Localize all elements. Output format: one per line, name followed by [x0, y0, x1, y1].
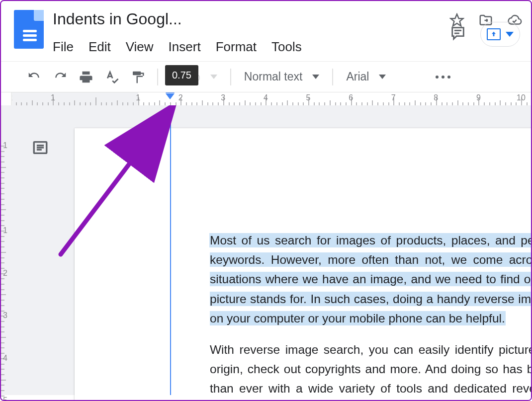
- zoom-select[interactable]: 100% 0.75: [166, 66, 222, 87]
- paint-format-button[interactable]: [126, 66, 149, 88]
- document-page[interactable]: Most of us search for images of products…: [75, 128, 532, 401]
- comments-icon[interactable]: [449, 25, 466, 44]
- spellcheck-button[interactable]: [100, 66, 123, 88]
- menu-file[interactable]: File: [53, 39, 74, 55]
- workspace: 112345678 Most of us search for images o…: [1, 105, 531, 395]
- menu-bar: File Edit View Insert Format Tools: [53, 39, 437, 55]
- print-button[interactable]: [75, 66, 97, 88]
- menu-format[interactable]: Format: [216, 39, 257, 55]
- indent-guide-line: [170, 105, 171, 395]
- chevron-down-icon: [379, 75, 386, 79]
- document-title[interactable]: Indents in Googl...: [53, 10, 217, 28]
- menu-tools[interactable]: Tools: [271, 39, 302, 55]
- toolbar: 100% 0.75 Normal text Arial: [1, 62, 531, 92]
- menu-edit[interactable]: Edit: [89, 39, 111, 55]
- horizontal-ruler[interactable]: 32112345678910: [12, 92, 531, 105]
- outline-toggle-button[interactable]: [32, 139, 49, 158]
- menu-insert[interactable]: Insert: [169, 39, 201, 55]
- chevron-down-icon: [312, 75, 319, 79]
- font-select[interactable]: Arial: [341, 66, 431, 87]
- redo-button[interactable]: [49, 66, 72, 88]
- docs-logo-icon[interactable]: [14, 10, 44, 49]
- horizontal-ruler-row: 32112345678910: [1, 92, 531, 105]
- chevron-down-icon: [506, 32, 514, 37]
- undo-button[interactable]: [23, 66, 46, 88]
- paragraph[interactable]: Most of us search for images of products…: [210, 231, 532, 328]
- indent-tooltip: 0.75: [165, 65, 198, 85]
- paragraph[interactable]: With reverse image search, you can easil…: [210, 340, 532, 401]
- first-line-indent-marker[interactable]: [166, 93, 175, 99]
- paragraph-style-select[interactable]: Normal text: [239, 66, 325, 87]
- share-button[interactable]: [480, 22, 520, 47]
- menu-view[interactable]: View: [126, 39, 154, 55]
- header-right-cluster: [449, 22, 520, 47]
- more-options-button[interactable]: [436, 76, 450, 79]
